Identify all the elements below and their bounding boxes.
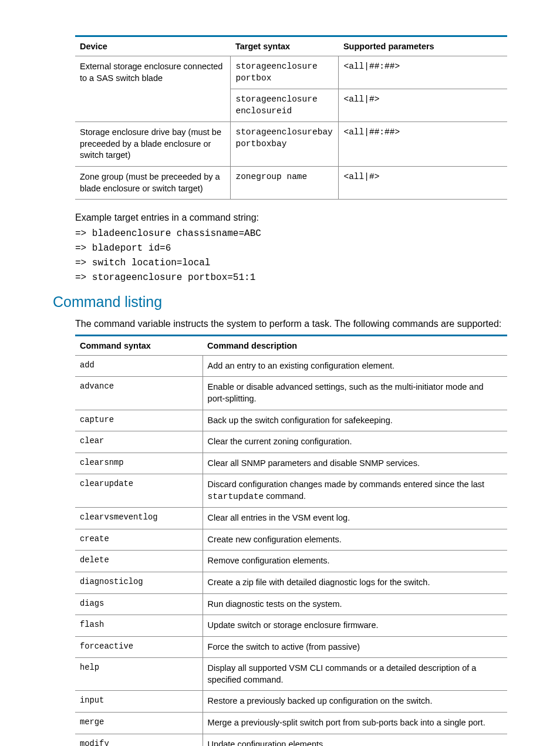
command-syntax-cell: clear bbox=[75, 431, 203, 453]
command-description-cell: Clear all SNMP parameters and disable SN… bbox=[203, 453, 507, 474]
command-description-cell: Update configuration elements. bbox=[203, 734, 507, 746]
table-row: mergeMerge a previously-split switch por… bbox=[75, 712, 507, 734]
table-row: External storage enclosure connected to … bbox=[75, 56, 507, 89]
command-syntax-cell: create bbox=[75, 529, 203, 551]
command-description-cell: Update switch or storage enclosure firmw… bbox=[203, 615, 507, 637]
command-description-cell: Create new configuration elements. bbox=[203, 529, 507, 551]
command-syntax-cell: flash bbox=[75, 615, 203, 637]
col-supported-params: Supported parameters bbox=[339, 36, 507, 56]
table-row: clearupdateDiscard configuration changes… bbox=[75, 474, 507, 508]
command-description-cell: Back up the switch configuration for saf… bbox=[203, 410, 507, 431]
command-syntax-cell: clearvsmeventlog bbox=[75, 508, 203, 529]
command-description-cell: Clear all entries in the VSM event log. bbox=[203, 508, 507, 529]
table-row: deleteRemove configuration elements. bbox=[75, 551, 507, 572]
table-row: diagsRun diagnostic tests on the system. bbox=[75, 593, 507, 615]
command-syntax-cell: modify bbox=[75, 734, 203, 746]
section-intro: The command variable instructs the syste… bbox=[75, 318, 507, 330]
command-syntax-cell: input bbox=[75, 691, 203, 713]
table-row: inputRestore a previously backed up conf… bbox=[75, 691, 507, 713]
table-row: clearvsmeventlogClear all entries in the… bbox=[75, 508, 507, 529]
table-row: modifyUpdate configuration elements. bbox=[75, 734, 507, 746]
table-row: Storage enclosure drive bay (must be pre… bbox=[75, 122, 507, 167]
table-row: flashUpdate switch or storage enclosure … bbox=[75, 615, 507, 637]
table-row: forceactiveForce the switch to active (f… bbox=[75, 636, 507, 658]
example-intro: Example target entries in a command stri… bbox=[75, 211, 507, 224]
command-description-cell: Restore a previously backed up configura… bbox=[203, 691, 507, 713]
col-device: Device bbox=[75, 36, 231, 56]
example-command: => switch location=local bbox=[75, 258, 507, 268]
col-command-description: Command description bbox=[203, 335, 507, 355]
command-syntax-cell: add bbox=[75, 355, 203, 377]
example-command: => bladeenclosure chassisname=ABC bbox=[75, 228, 507, 239]
command-listing-table: Command syntax Command description addAd… bbox=[75, 335, 507, 746]
table-row: addAdd an entry to an existing configura… bbox=[75, 355, 507, 377]
table-head: Device Target syntax Supported parameter… bbox=[75, 36, 507, 56]
supported-params-cell: <all|#> bbox=[339, 89, 507, 122]
command-syntax-cell: diags bbox=[75, 593, 203, 615]
command-syntax-cell: clearupdate bbox=[75, 474, 203, 508]
command-description-cell: Discard configuration changes made by co… bbox=[203, 474, 507, 508]
table-row: Zone group (must be preceeded by a blade… bbox=[75, 166, 507, 199]
command-description-cell: Enable or disable advanced settings, suc… bbox=[203, 377, 507, 410]
target-syntax-cell: zonegroup name bbox=[231, 166, 339, 199]
supported-params-cell: <all|#> bbox=[339, 166, 507, 199]
table-row: advanceEnable or disable advanced settin… bbox=[75, 377, 507, 410]
table-row: createCreate new configuration elements. bbox=[75, 529, 507, 551]
device-cell: External storage enclosure connected to … bbox=[75, 56, 231, 122]
example-command: => bladeport id=6 bbox=[75, 243, 507, 254]
device-cell: Storage enclosure drive bay (must be pre… bbox=[75, 122, 231, 167]
command-syntax-cell: diagnosticlog bbox=[75, 572, 203, 594]
command-description-cell: Create a zip file with detailed diagnost… bbox=[203, 572, 507, 594]
command-description-cell: Run diagnostic tests on the system. bbox=[203, 593, 507, 615]
target-syntax-cell: storageenclosurebay portboxbay bbox=[231, 122, 339, 167]
table-row: clearClear the current zoning configurat… bbox=[75, 431, 507, 453]
command-description-cell: Merge a previously-split switch port fro… bbox=[203, 712, 507, 734]
command-syntax-cell: clearsnmp bbox=[75, 453, 203, 474]
target-syntax-cell: storageenclosure enclosureid bbox=[231, 89, 339, 122]
supported-params-cell: <all|##:##> bbox=[339, 122, 507, 167]
command-description-cell: Clear the current zoning configuration. bbox=[203, 431, 507, 453]
command-syntax-cell: forceactive bbox=[75, 636, 203, 658]
command-syntax-cell: advance bbox=[75, 377, 203, 410]
device-cell: Zone group (must be preceeded by a blade… bbox=[75, 166, 231, 199]
command-syntax-cell: capture bbox=[75, 410, 203, 431]
command-syntax-cell: help bbox=[75, 658, 203, 691]
table-row: helpDisplay all supported VSM CLI comman… bbox=[75, 658, 507, 691]
table-head: Command syntax Command description bbox=[75, 335, 507, 355]
col-target-syntax: Target syntax bbox=[231, 36, 339, 56]
command-description-cell: Add an entry to an existing configuratio… bbox=[203, 355, 507, 377]
command-description-cell: Remove configuration elements. bbox=[203, 551, 507, 572]
table-row: captureBack up the switch configuration … bbox=[75, 410, 507, 431]
table-row: diagnosticlogCreate a zip file with deta… bbox=[75, 572, 507, 594]
supported-params-cell: <all|##:##> bbox=[339, 56, 507, 89]
target-syntax-cell: storageenclosure portbox bbox=[231, 56, 339, 89]
example-command: => storageenclosure portbox=51:1 bbox=[75, 272, 507, 283]
table-row: clearsnmpClear all SNMP parameters and d… bbox=[75, 453, 507, 474]
command-description-cell: Display all supported VSM CLI commands o… bbox=[203, 658, 507, 691]
command-syntax-cell: merge bbox=[75, 712, 203, 734]
col-command-syntax: Command syntax bbox=[75, 335, 203, 355]
target-syntax-table: Device Target syntax Supported parameter… bbox=[75, 35, 507, 200]
section-heading-command-listing: Command listing bbox=[53, 293, 507, 310]
command-description-cell: Force the switch to active (from passive… bbox=[203, 636, 507, 658]
command-syntax-cell: delete bbox=[75, 551, 203, 572]
